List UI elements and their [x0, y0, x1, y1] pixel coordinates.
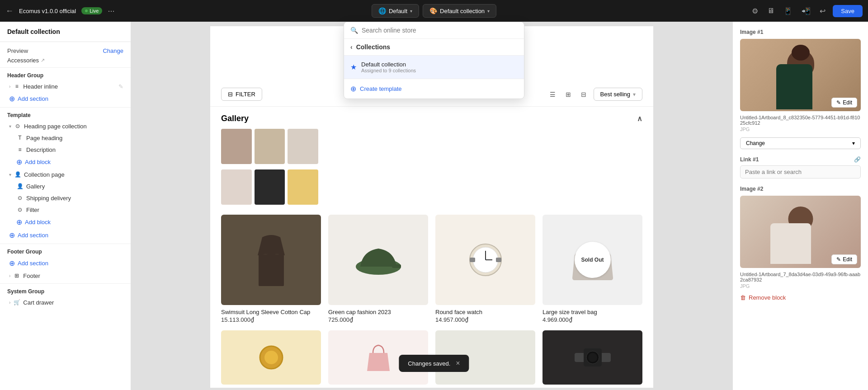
product-img-3: [435, 215, 535, 305]
add-block-label-1: Add block: [25, 159, 51, 165]
product-card-4[interactable]: Sold Out Large size travel bag 4.969.000…: [542, 215, 642, 323]
list-view-icon[interactable]: ☰: [546, 89, 559, 100]
gallery-thumb-3: [288, 129, 318, 164]
filter-icon-symbol: ⊟: [228, 91, 233, 98]
theme-dropdown[interactable]: 🌐 Default ▾: [372, 4, 419, 18]
theme-label: Default: [389, 8, 407, 14]
sidebar-item-page-heading[interactable]: T Page heading: [0, 132, 131, 144]
sidebar-item-shipping-delivery[interactable]: ⊙ Shipping delivery: [0, 192, 131, 204]
product-accessory-svg: [253, 339, 289, 376]
grid-view-icon[interactable]: ⊞: [562, 89, 575, 100]
more-icon[interactable]: ···: [108, 6, 114, 16]
collection-dropdown[interactable]: 🎨 Default collection ▾: [423, 4, 496, 18]
collections-back-row[interactable]: ‹ Collections: [344, 39, 524, 56]
sort-label: Best selling: [600, 91, 630, 98]
desktop-icon[interactable]: 🖥: [765, 5, 776, 17]
search-input[interactable]: [362, 27, 518, 34]
gallery-thumb-6: [288, 169, 318, 205]
sidebar-item-footer[interactable]: › ⊞ Footer: [0, 270, 131, 282]
large-grid-view-icon[interactable]: ⊟: [577, 89, 590, 100]
create-template-label: Create template: [360, 85, 402, 92]
gallery-title: Gallery: [221, 114, 249, 123]
gallery-thumb-4: [221, 169, 252, 205]
preview-value: Accessories ↗: [7, 57, 123, 64]
changes-saved-toast: Changes saved. ×: [399, 355, 469, 372]
filter-label-text: FILTER: [236, 91, 255, 98]
dropdown-create-template[interactable]: ⊕ Create template: [344, 79, 524, 99]
save-button[interactable]: Save: [833, 5, 863, 17]
description-label: Description: [26, 146, 56, 153]
sort-dropdown[interactable]: Best selling ▾: [594, 88, 642, 101]
sidebar-item-header-inline[interactable]: › ≡ Header inline ✎: [0, 80, 131, 92]
product-card-8[interactable]: [542, 330, 642, 385]
product-card-3[interactable]: Round face watch 14.957.000₫: [435, 215, 535, 323]
edit-label-2: Edit: [843, 256, 852, 263]
remove-block-button[interactable]: 🗑 Remove block: [740, 294, 861, 301]
image1-edit-button[interactable]: ✎ Edit: [831, 98, 857, 108]
template-add-block-1[interactable]: ⊕ Add block: [0, 155, 131, 169]
expand-icon: ▾: [9, 124, 11, 129]
filter-icon: ⊙: [16, 206, 24, 213]
filter-label: Filter: [26, 207, 39, 213]
sidebar-item-gallery[interactable]: 👤 Gallery: [0, 180, 131, 192]
toast-close-button[interactable]: ×: [456, 359, 460, 367]
footer-add-section[interactable]: ⊕ Add section: [0, 257, 131, 270]
sidebar-item-heading-page-collection[interactable]: ▾ ⊙ Heading page collection: [0, 120, 131, 132]
footer-icon: ⊞: [13, 272, 20, 279]
sort-chevron: ▾: [633, 91, 636, 98]
products-grid: Swimsuit Long Sleeve Cotton Cap 15.113.0…: [210, 215, 653, 330]
cart-icon: 🛒: [13, 299, 20, 306]
collection-chevron: ▾: [487, 9, 490, 14]
footer-label: Footer: [23, 273, 40, 279]
svg-point-11: [264, 351, 278, 364]
svg-rect-0: [259, 254, 284, 286]
live-label: Live: [90, 8, 99, 14]
expand-icon-2: ▾: [9, 172, 11, 177]
change-chevron: ▾: [852, 140, 855, 146]
template-add-block-2[interactable]: ⊕ Add block: [0, 216, 131, 229]
template-add-section[interactable]: ⊕ Add section: [0, 229, 131, 242]
sidebar-item-collection-page[interactable]: ▾ 👤 Collection page: [0, 169, 131, 180]
gallery-toggle[interactable]: ∧: [637, 114, 642, 123]
filter-button[interactable]: ⊟ FILTER: [221, 88, 262, 101]
dropdown-default-collection[interactable]: ★ Default collection Assigned to 9 colle…: [344, 56, 524, 79]
tablet-icon[interactable]: 📱: [782, 5, 794, 17]
product-img-2: [328, 215, 428, 305]
product-name-3: Round face watch: [435, 309, 535, 315]
header-group-label: Header Group: [0, 67, 131, 80]
dropdown-search-bar: 🔍: [344, 22, 524, 39]
product-card-1[interactable]: Swimsuit Long Sleeve Cotton Cap 15.113.0…: [221, 215, 321, 323]
link1-section: Link #1 🔗: [740, 156, 861, 179]
add-block-label-2: Add block: [25, 219, 51, 226]
view-icons: ☰ ⊞ ⊟: [546, 89, 590, 100]
shipping-icon: ⊙: [16, 194, 24, 202]
sidebar-item-description[interactable]: ≡ Description: [0, 144, 131, 155]
product-cap-svg: [354, 242, 403, 278]
sidebar-item-cart-drawer[interactable]: › 🛒 Cart drawer: [0, 296, 131, 308]
expand-icon: ›: [9, 84, 10, 89]
product-card-2[interactable]: Green cap fashion 2023 725.000₫: [328, 215, 428, 323]
header-add-section[interactable]: ⊕ Add section: [0, 92, 131, 105]
image2-edit-button[interactable]: ✎ Edit: [831, 254, 857, 264]
settings-icon[interactable]: ⚙: [750, 5, 760, 17]
undo-icon[interactable]: ↩: [818, 5, 827, 17]
preview-change[interactable]: Change: [103, 47, 123, 54]
back-icon[interactable]: ←: [5, 6, 14, 16]
product-img-8: [542, 330, 642, 385]
header-inline-label: Header inline: [23, 83, 58, 90]
image1-change-button[interactable]: Change ▾: [740, 137, 861, 149]
edit-icon: ✎: [118, 83, 123, 90]
mobile-icon[interactable]: 📲: [800, 5, 812, 17]
layout: Default collection Preview Change Access…: [0, 0, 868, 390]
product-img-4: Sold Out: [542, 215, 642, 305]
preview-label: Preview: [7, 47, 28, 54]
link1-input[interactable]: [740, 165, 861, 179]
image2-label: Image #2: [740, 186, 861, 192]
sidebar-item-filter[interactable]: ⊙ Filter: [0, 204, 131, 216]
svg-point-15: [588, 353, 597, 362]
dropdown-collection-sub: Assigned to 9 collections: [361, 68, 416, 73]
dropdown-item-info: Default collection Assigned to 9 collect…: [361, 61, 416, 73]
product-card-5[interactable]: [221, 330, 321, 385]
shipping-delivery-label: Shipping delivery: [26, 195, 71, 202]
product-name-2: Green cap fashion 2023: [328, 309, 428, 315]
